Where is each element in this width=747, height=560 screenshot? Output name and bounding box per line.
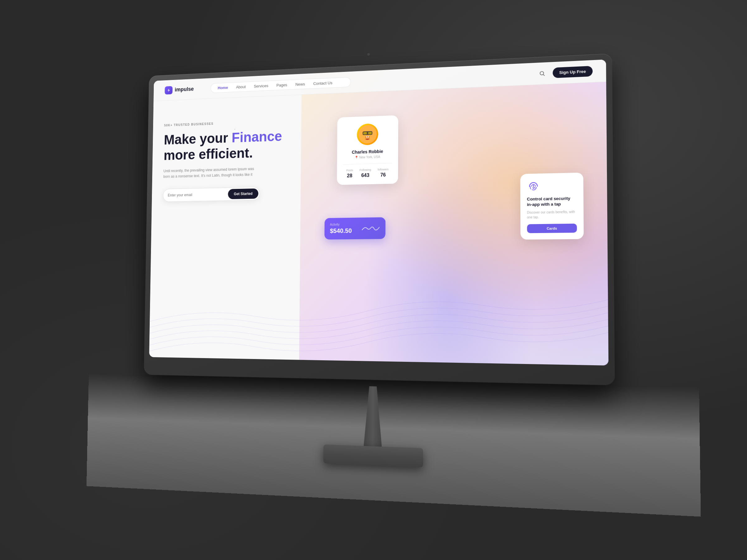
nav-link-contact[interactable]: Contact Us bbox=[313, 81, 332, 86]
monitor-bezel: impulse Home About Services Pages News C… bbox=[149, 59, 609, 366]
nav-links-container: Home About Services Pages News Contact U… bbox=[211, 77, 351, 93]
search-icon bbox=[539, 70, 545, 76]
svg-rect-13 bbox=[368, 136, 369, 137]
nav-link-services[interactable]: Services bbox=[254, 83, 268, 88]
nav-link-home[interactable]: Home bbox=[217, 85, 228, 90]
security-card: Control card security in-app with a tap … bbox=[520, 173, 584, 240]
camera-dot bbox=[367, 53, 370, 56]
hero-title-highlight: Finance bbox=[232, 128, 282, 145]
get-started-button[interactable]: Get Started bbox=[228, 189, 259, 199]
activity-info: Activity $540.50 bbox=[330, 223, 352, 235]
svg-rect-12 bbox=[366, 136, 367, 137]
hero-section: 50K+ TRUSTED BUSINESSES Make your Financ… bbox=[149, 82, 609, 366]
logo-icon bbox=[165, 86, 173, 94]
stat-following: Following 643 bbox=[360, 168, 371, 178]
activity-amount: $540.50 bbox=[330, 227, 352, 234]
hero-right: Charles Robbie 📍 New York, USA Posts 28 bbox=[300, 102, 594, 264]
stat-posts: Posts 28 bbox=[346, 169, 353, 179]
svg-rect-9 bbox=[368, 132, 372, 134]
nav-link-news[interactable]: News bbox=[295, 82, 305, 87]
profile-location: 📍 New York, USA bbox=[343, 155, 392, 159]
fingerprint-icon bbox=[527, 180, 540, 193]
nav-link-about[interactable]: About bbox=[236, 85, 246, 89]
logo-text: impulse bbox=[175, 86, 194, 93]
trusted-badge: 50K+ TRUSTED BUSINESSES bbox=[164, 119, 290, 127]
security-desc: Discover our cards benefits, with one ta… bbox=[527, 209, 577, 220]
avatar-container bbox=[357, 123, 378, 145]
cards-button[interactable]: Cards bbox=[527, 223, 577, 233]
hero-left: 50K+ TRUSTED BUSINESSES Make your Financ… bbox=[163, 113, 290, 202]
nav-right: Sign Up Free bbox=[537, 66, 593, 79]
location-icon: 📍 bbox=[355, 156, 359, 159]
avatar-svg bbox=[358, 125, 377, 144]
hero-title: Make your Finance more efficient. bbox=[163, 128, 289, 163]
activity-label: Activity bbox=[330, 223, 352, 226]
logo[interactable]: impulse bbox=[165, 85, 194, 94]
email-input[interactable] bbox=[168, 192, 228, 197]
monitor-shell: impulse Home About Services Pages News C… bbox=[144, 54, 615, 385]
hero-description: Until recently, the prevailing view assu… bbox=[163, 166, 254, 180]
email-form: Get Started bbox=[163, 187, 260, 202]
svg-line-1 bbox=[543, 74, 544, 76]
hero-title-part2: more efficient. bbox=[163, 145, 253, 163]
avatar bbox=[357, 123, 378, 145]
svg-rect-8 bbox=[363, 132, 367, 134]
search-button[interactable] bbox=[537, 68, 547, 79]
profile-name: Charles Robbie bbox=[343, 149, 392, 155]
screen: impulse Home About Services Pages News C… bbox=[149, 59, 609, 366]
profile-card: Charles Robbie 📍 New York, USA Posts 28 bbox=[337, 115, 398, 185]
nav-link-pages[interactable]: Pages bbox=[276, 82, 287, 87]
stat-followers: followers 76 bbox=[378, 168, 388, 178]
signup-button[interactable]: Sign Up Free bbox=[552, 66, 593, 78]
profile-stats: Posts 28 Following 643 followers 76 bbox=[343, 163, 392, 179]
activity-wave-chart bbox=[361, 223, 380, 233]
activity-card: Activity $540.50 bbox=[324, 217, 385, 240]
svg-rect-11 bbox=[365, 137, 370, 138]
security-title: Control card security in-app with a tap bbox=[527, 196, 577, 208]
desk-surface bbox=[86, 374, 701, 517]
hero-title-part1: Make your bbox=[164, 130, 232, 148]
